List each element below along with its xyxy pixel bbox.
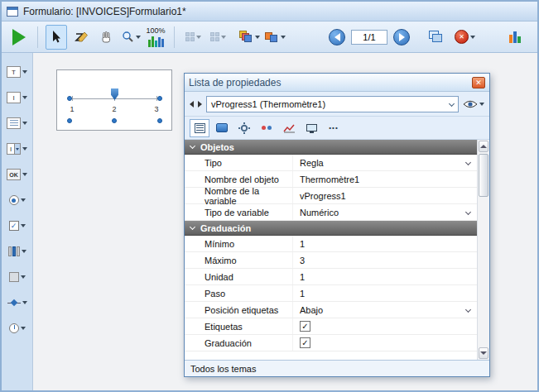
scrollbar-thumb[interactable] xyxy=(479,154,488,197)
section-header-graduacion[interactable]: Graduación xyxy=(185,221,477,236)
property-label: Mínimo xyxy=(185,236,292,251)
property-value[interactable]: 3 xyxy=(292,252,477,268)
next-object-button[interactable] xyxy=(198,101,202,108)
alignment-button[interactable] xyxy=(182,25,204,50)
title-bar[interactable]: Formulario: [INVOICES]Formulario1* xyxy=(2,2,537,22)
selection-handle[interactable] xyxy=(67,96,72,101)
stop-button[interactable]: ✕ xyxy=(454,25,476,50)
list-control-button[interactable] xyxy=(7,114,27,132)
zoom-level-button[interactable]: 100% xyxy=(145,25,166,50)
duplicate-button[interactable] xyxy=(426,25,447,50)
tab-more[interactable]: ••• xyxy=(324,119,344,137)
catalog-button[interactable] xyxy=(238,25,261,50)
property-label: Unidad xyxy=(185,269,292,284)
property-value[interactable]: Regla xyxy=(292,155,477,170)
checkbox-checked[interactable]: ✓ xyxy=(300,337,310,348)
selection-handle[interactable] xyxy=(157,96,162,101)
layout-button[interactable] xyxy=(207,25,229,50)
selection-handle[interactable] xyxy=(157,118,162,123)
previous-page-button[interactable] xyxy=(326,25,348,50)
scroll-down-button[interactable] xyxy=(479,347,488,359)
property-value[interactable]: 1 xyxy=(292,285,477,301)
slider-control-button[interactable] xyxy=(7,294,27,312)
previous-object-button[interactable] xyxy=(190,101,194,108)
chart-button[interactable] xyxy=(504,25,526,50)
object-selector-dropdown[interactable]: vProgress1 (Thermomètre1) xyxy=(206,96,459,112)
tab-display[interactable] xyxy=(301,119,321,137)
chevron-down-icon xyxy=(22,96,27,99)
layers-icon xyxy=(429,31,444,44)
shape-control-button[interactable] xyxy=(9,268,26,286)
styles-button[interactable] xyxy=(264,25,286,50)
form-canvas[interactable]: 1 2 3 Lista de propiedades ✕ xyxy=(33,53,537,390)
dial-control-button[interactable] xyxy=(9,319,26,337)
selection-handle[interactable] xyxy=(112,118,117,123)
property-label: Graduación xyxy=(185,335,292,351)
chevron-down-icon xyxy=(190,143,195,149)
combo-control-button[interactable]: I xyxy=(7,140,27,158)
chevron-down-icon xyxy=(22,147,27,151)
chevron-down-icon xyxy=(21,327,26,330)
static-text-icon: T xyxy=(7,66,21,78)
edit-control-button[interactable]: I xyxy=(7,88,27,107)
chevron-down-icon xyxy=(136,36,141,39)
visibility-button[interactable] xyxy=(463,99,484,109)
property-label: Nombre del objeto xyxy=(185,171,292,187)
chevron-down-icon xyxy=(465,209,471,215)
property-value[interactable]: Numérico xyxy=(292,204,477,220)
toggle-control-button[interactable] xyxy=(8,242,26,261)
tab-ui[interactable] xyxy=(212,119,232,137)
button-control-button[interactable]: OK xyxy=(7,165,27,184)
chevron-down-icon xyxy=(479,103,484,106)
property-row-graduacion: Graduación ✓ xyxy=(185,335,477,351)
property-value[interactable]: Thermomètre1 xyxy=(292,171,477,187)
property-value[interactable]: Abajo xyxy=(292,302,477,318)
zoom-bars-icon xyxy=(148,36,164,47)
properties-panel-header[interactable]: Lista de propiedades ✕ xyxy=(185,74,489,92)
arrow-right-icon xyxy=(393,29,410,45)
tab-general[interactable] xyxy=(190,119,209,137)
tab-style[interactable] xyxy=(257,119,277,137)
property-value: ✓ xyxy=(292,318,477,334)
property-row-minimo: Mínimo 1 xyxy=(185,236,477,252)
property-row-maximo: Máximo 3 xyxy=(185,252,477,269)
chevron-down-icon xyxy=(22,301,27,304)
edit-zone-tool-button[interactable] xyxy=(70,25,92,50)
property-value[interactable]: 1 xyxy=(292,236,477,251)
next-page-button[interactable] xyxy=(391,25,412,50)
property-label: Máximo xyxy=(185,252,292,268)
cursor-arrow-icon xyxy=(50,30,63,44)
toolbar-separator xyxy=(37,26,38,48)
tab-settings[interactable] xyxy=(234,119,254,137)
radio-control-button[interactable] xyxy=(9,191,26,209)
property-grid: Objetos Tipo Regla Nombre del objeto xyxy=(185,140,489,360)
vertical-scrollbar[interactable] xyxy=(477,140,489,360)
static-text-control-button[interactable]: T xyxy=(7,63,27,81)
close-icon[interactable]: ✕ xyxy=(472,77,485,88)
bar-chart-icon xyxy=(509,31,521,43)
property-value[interactable]: vProgress1 xyxy=(292,188,477,203)
pan-tool-button[interactable] xyxy=(95,25,117,50)
section-header-objetos[interactable]: Objetos xyxy=(185,140,477,155)
hand-icon xyxy=(99,31,113,44)
scroll-up-button[interactable] xyxy=(479,141,488,152)
zigzag-pencil-icon xyxy=(75,31,89,44)
tab-chart[interactable] xyxy=(279,119,299,137)
property-value[interactable]: 1 xyxy=(292,269,477,284)
slider-icon xyxy=(7,298,21,308)
magnifier-icon xyxy=(122,31,134,43)
selection-handle[interactable] xyxy=(67,118,72,123)
eye-icon xyxy=(463,99,478,109)
screen-icon xyxy=(216,123,228,132)
zoom-tool-button[interactable] xyxy=(120,25,142,50)
property-row-tipo: Tipo Regla xyxy=(185,155,477,171)
checkbox-checked[interactable]: ✓ xyxy=(300,321,310,332)
select-tool-button[interactable] xyxy=(46,25,67,50)
line-chart-icon xyxy=(283,123,296,133)
chevron-down-icon xyxy=(196,36,201,39)
checkbox-control-button[interactable]: ✓ xyxy=(9,217,26,235)
selected-slider-control[interactable]: 1 2 3 xyxy=(56,69,172,131)
run-button[interactable] xyxy=(8,25,30,50)
properties-panel: Lista de propiedades ✕ vProgress1 (Therm… xyxy=(184,73,490,377)
property-value: ✓ xyxy=(292,335,477,351)
